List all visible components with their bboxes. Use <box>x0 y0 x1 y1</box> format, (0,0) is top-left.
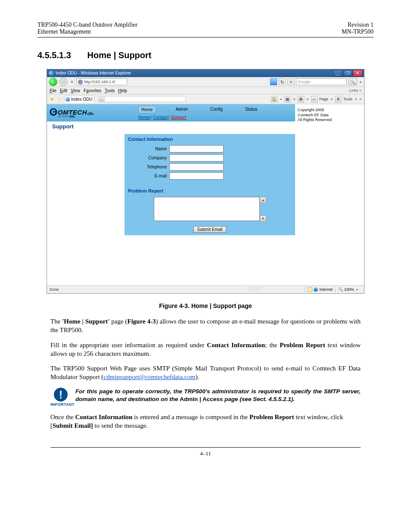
figure-caption: Figure 4-3. Home | Support page <box>37 302 374 309</box>
links-toolbar-label[interactable]: Links » <box>349 88 361 93</box>
stop-button[interactable]: ✕ <box>287 78 294 85</box>
status-bar: Done Internet 🔍 100% ▾ <box>47 285 364 293</box>
tab-status[interactable]: Status <box>243 106 260 113</box>
contact-heading: Contact Information <box>128 137 292 142</box>
tab-admin[interactable]: Admin <box>173 106 190 113</box>
internet-zone-icon <box>314 287 318 292</box>
zoom-icon[interactable]: 🔍 <box>338 287 343 292</box>
search-button[interactable]: 🔍 <box>349 78 357 85</box>
minimize-button[interactable]: _ <box>333 70 342 77</box>
status-done: Done <box>50 287 59 292</box>
tools-menu-icon[interactable]: ⚙ <box>335 96 342 103</box>
add-favorite-star-icon[interactable]: ☆ <box>57 96 62 102</box>
print-icon[interactable]: 🖶 <box>298 96 304 103</box>
important-icon: ! <box>54 388 68 401</box>
email-field[interactable] <box>169 172 224 180</box>
paragraph-1: The 'Home | Support' page (Figure 4-3) a… <box>50 317 361 335</box>
page-icon <box>78 80 83 84</box>
scroll-up-icon[interactable]: ▲ <box>260 197 266 203</box>
important-note: ! IMPORTANT For this page to operate cor… <box>50 388 361 407</box>
copyright-line2: Comtech EF Data <box>298 113 361 118</box>
forward-button[interactable]: → <box>59 78 68 86</box>
address-bar-row: ← → ▼ http://192.168.1.4/ ↻ ✕ Google 🔍 ▾ <box>47 77 364 87</box>
menu-bar: File Edit View Favorites Tools Help Link… <box>47 87 364 94</box>
section-title: Home | Support <box>87 50 152 60</box>
zoom-value: 100% <box>344 287 354 292</box>
maximize-button[interactable]: ❐ <box>343 70 352 77</box>
logo-subtext: EF DATA <box>58 115 68 118</box>
section-number: 4.5.5.1.3 <box>37 50 85 60</box>
doc-id: MN-TRP500 <box>342 28 374 35</box>
label-telephone: Telephone <box>128 165 169 169</box>
menu-file[interactable]: File <box>50 88 56 93</box>
tools-menu-label[interactable]: Tools <box>343 97 352 101</box>
zoom-dropdown-icon[interactable]: ▾ <box>355 288 359 292</box>
page-menu-icon[interactable]: ▭ <box>311 96 318 103</box>
tab-strip[interactable] <box>99 96 186 102</box>
zone-label: Internet <box>319 287 333 292</box>
address-text: http://192.168.1.4/ <box>84 80 115 84</box>
support-form-panel: Contact Information Name Company Telepho… <box>125 134 295 235</box>
crumb-home[interactable]: Home <box>138 115 150 120</box>
security-warning-icon[interactable] <box>307 287 312 292</box>
tab-title: Index ODU <box>71 97 92 102</box>
telephone-field[interactable] <box>169 163 224 171</box>
close-button[interactable]: ✕ <box>353 70 362 77</box>
section-heading: 4.5.5.1.3 Home | Support <box>37 50 374 60</box>
window-title: Index ODU - Windows Internet Explorer <box>56 69 131 77</box>
crumb-contact[interactable]: Contact <box>153 115 168 120</box>
menu-view[interactable]: View <box>71 88 80 93</box>
tab-home[interactable]: Home <box>138 106 156 113</box>
page-footer: 4–11 <box>50 447 361 457</box>
page-title: Support <box>47 121 295 134</box>
paragraph-2: Fill in the appropriate user information… <box>50 341 361 358</box>
menu-favorites[interactable]: Favorites <box>84 88 101 93</box>
menu-help[interactable]: Help <box>118 88 127 93</box>
crumb-support: Support <box>171 115 186 120</box>
chevron-icon[interactable]: » <box>359 97 361 101</box>
name-field[interactable] <box>169 145 224 152</box>
menu-tools[interactable]: Tools <box>105 88 115 93</box>
label-email: E-mail <box>128 174 169 178</box>
copyright-line3: All Rights Reserved <box>298 118 361 123</box>
favorites-bar: ★ ☆ Index ODU 🏠▾ ▦▾ 🖶▾ ▭ Page▾ ⚙ Tools▾ … <box>47 94 364 104</box>
ie-window: Index ODU - Windows Internet Explorer _ … <box>47 69 364 294</box>
home-icon[interactable]: 🏠 <box>271 96 277 103</box>
brand-logo: COMTECH EF DATA ▮▮▮▮ <box>50 108 94 118</box>
doc-header: TRP500-4450 C-band Outdoor Amplifier Eth… <box>37 22 374 37</box>
problem-heading: Problem Report <box>128 188 292 193</box>
breadcrumb: Home| Contact| Support <box>130 113 295 121</box>
back-button[interactable]: ← <box>49 78 57 86</box>
copyright-line1: Copyright 2009 <box>298 108 361 113</box>
nav-dropdown-icon[interactable]: ▼ <box>69 80 75 84</box>
feeds-icon[interactable]: ▦ <box>284 96 291 103</box>
label-company: Company <box>128 156 169 160</box>
menu-edit[interactable]: Edit <box>60 88 67 93</box>
doc-subtitle: Ethernet Management <box>37 28 137 35</box>
page-menu-label[interactable]: Page <box>319 97 328 101</box>
search-placeholder: Google <box>298 80 310 84</box>
go-button[interactable] <box>270 78 277 85</box>
tab-ie-icon <box>65 97 70 102</box>
copyright-block: Copyright 2009 Comtech EF Data All Right… <box>298 108 361 123</box>
tab-config[interactable]: Config <box>208 106 225 113</box>
label-name: Name <box>128 146 169 151</box>
support-email-link[interactable]: cdmipsupport@comtechefdata.com <box>103 373 195 380</box>
search-dropdown-icon[interactable]: ▾ <box>359 80 362 84</box>
search-input[interactable]: Google <box>296 78 347 85</box>
refresh-button[interactable]: ↻ <box>279 78 286 85</box>
paragraph-4: Once the Contact Information is entered … <box>50 413 361 430</box>
important-label: IMPORTANT <box>50 402 71 407</box>
window-titlebar[interactable]: Index ODU - Windows Internet Explorer _ … <box>47 69 364 77</box>
doc-revision: Revision 1 <box>342 22 374 28</box>
doc-title: TRP500-4450 C-band Outdoor Amplifier <box>37 22 137 28</box>
favorites-star-icon[interactable]: ★ <box>50 96 54 102</box>
company-field[interactable] <box>169 154 224 162</box>
logo-globe-icon: C <box>50 108 57 116</box>
browser-tab[interactable]: Index ODU <box>64 96 94 103</box>
problem-report-textarea[interactable] <box>154 197 260 221</box>
submit-email-button[interactable] <box>193 226 227 233</box>
scroll-down-icon[interactable]: ▼ <box>260 215 266 222</box>
paragraph-3: The TRP500 Support Web Page uses SMTP (S… <box>50 364 361 382</box>
address-input[interactable]: http://192.168.1.4/ <box>76 78 127 85</box>
